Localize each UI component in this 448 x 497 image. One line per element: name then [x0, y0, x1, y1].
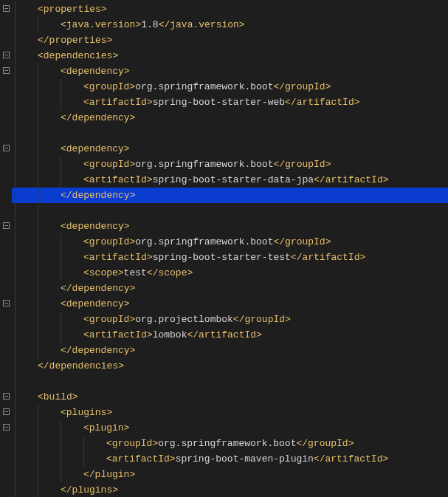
xml-tag: </groupId> [273, 159, 331, 170]
xml-tag: </dependency> [61, 345, 135, 356]
code-line[interactable]: </dependency> [12, 281, 448, 296]
code-line[interactable]: <artifactId>spring-boot-starter-test</ar… [12, 250, 448, 265]
code-line[interactable]: <plugins> [12, 405, 448, 420]
fold-toggle-icon[interactable] [3, 393, 10, 400]
xml-tag: <artifactId> [83, 97, 153, 108]
xml-tag: <dependency> [61, 66, 130, 77]
xml-text: > [130, 190, 136, 201]
xml-text: lombok [153, 329, 187, 340]
xml-tag: </dependency [61, 190, 130, 201]
xml-text: org.springframework.boot [135, 81, 273, 92]
code-line[interactable]: <plugin> [12, 420, 448, 436]
xml-tag: </groupId> [273, 236, 331, 247]
xml-tag: <artifactId> [83, 174, 153, 185]
xml-tag: </dependency> [61, 112, 135, 123]
code-line[interactable]: <groupId>org.projectlombok</groupId> [12, 312, 448, 327]
code-line[interactable]: <dependencies> [12, 48, 448, 64]
xml-text: spring-boot-starter-test [153, 252, 291, 263]
xml-tag: </properties> [38, 35, 112, 46]
code-line[interactable]: <groupId>org.springframework.boot</group… [12, 157, 448, 172]
code-fold-gutter[interactable] [0, 0, 12, 497]
code-line[interactable]: <dependency> [12, 64, 448, 79]
code-line[interactable]: <dependency> [12, 219, 448, 234]
code-line[interactable]: <groupId>org.springframework.boot</group… [12, 234, 448, 250]
xml-tag: </artifactId> [187, 329, 261, 340]
xml-tag: <scope> [83, 267, 124, 278]
xml-tag: <artifactId> [83, 329, 153, 340]
xml-tag: </groupId> [296, 438, 354, 449]
xml-tag: </artifactId> [285, 97, 359, 108]
xml-tag: <plugin> [83, 422, 129, 433]
xml-tag: <groupId> [83, 81, 135, 92]
xml-tag: </dependency> [61, 283, 135, 294]
code-line[interactable]: <groupId>org.springframework.boot</group… [12, 79, 448, 95]
code-editor-area[interactable]: <properties><java.version>1.8</java.vers… [12, 0, 448, 497]
xml-tag: </plugin> [83, 469, 135, 480]
xml-text: 1.8 [141, 19, 158, 30]
code-line[interactable]: <groupId>org.springframework.boot</group… [12, 436, 448, 451]
fold-toggle-icon[interactable] [3, 408, 10, 415]
xml-tag: <dependencies> [38, 50, 118, 61]
xml-tag: <properties> [38, 4, 107, 15]
code-line[interactable]: <dependency> [12, 296, 448, 312]
fold-toggle-icon[interactable] [3, 5, 10, 12]
xml-tag: </artifactId> [314, 453, 388, 465]
xml-text: org.springframework.boot [135, 159, 273, 170]
xml-tag: <groupId> [106, 438, 158, 449]
xml-tag: </plugins> [61, 484, 118, 496]
xml-tag: </artifactId> [291, 252, 365, 263]
xml-tag: <dependency> [61, 221, 130, 232]
xml-tag: </artifactId> [314, 174, 388, 185]
code-line[interactable] [12, 374, 448, 389]
fold-toggle-icon[interactable] [3, 145, 10, 151]
xml-tag: </dependencies> [38, 360, 124, 371]
code-line[interactable] [12, 126, 448, 141]
code-line[interactable]: </plugins> [12, 482, 448, 497]
code-line[interactable]: <artifactId>spring-boot-maven-plugin</ar… [12, 451, 448, 467]
code-line[interactable]: <artifactId>lombok</artifactId> [12, 327, 448, 343]
xml-text: org.projectlombok [135, 314, 233, 325]
xml-text: spring-boot-starter-data-jpa [153, 174, 314, 185]
xml-tag: </groupId> [273, 81, 331, 92]
xml-tag: </scope> [147, 267, 193, 278]
code-line[interactable]: </properties> [12, 32, 448, 48]
xml-text: org.springframework.boot [135, 236, 273, 247]
code-line[interactable]: <artifactId>spring-boot-starter-web</art… [12, 95, 448, 110]
code-line[interactable] [12, 203, 448, 219]
code-line[interactable]: <build> [12, 389, 448, 405]
code-line[interactable]: </dependency> [12, 188, 448, 203]
code-line[interactable]: </dependency> [12, 343, 448, 358]
code-line[interactable]: <properties> [12, 1, 448, 17]
code-line[interactable]: <java.version>1.8</java.version> [12, 17, 448, 32]
xml-tag: <build> [38, 391, 78, 402]
xml-tag: <dependency> [61, 143, 130, 154]
fold-toggle-icon[interactable] [3, 52, 10, 58]
xml-tag: </java.version> [159, 19, 245, 30]
xml-tag: </groupId> [233, 314, 291, 325]
xml-tag: <groupId> [83, 314, 135, 325]
code-line[interactable]: <scope>test</scope> [12, 265, 448, 281]
xml-text: test [124, 267, 147, 278]
xml-text: spring-boot-starter-web [153, 97, 285, 108]
fold-toggle-icon[interactable] [3, 300, 10, 306]
xml-tag: <plugins> [61, 407, 112, 418]
fold-toggle-icon[interactable] [3, 222, 10, 229]
xml-tag: <java.version> [61, 19, 141, 30]
xml-text: spring-boot-maven-plugin [176, 453, 314, 465]
code-line[interactable]: </dependencies> [12, 358, 448, 374]
code-line[interactable]: <artifactId>spring-boot-starter-data-jpa… [12, 172, 448, 188]
fold-toggle-icon[interactable] [3, 424, 10, 431]
xml-tag: <artifactId> [106, 453, 176, 465]
xml-tag: <dependency> [61, 298, 130, 309]
xml-tag: <groupId> [83, 159, 135, 170]
code-line[interactable]: <dependency> [12, 141, 448, 157]
fold-toggle-icon[interactable] [3, 67, 10, 74]
xml-tag: <artifactId> [83, 252, 153, 263]
xml-tag: <groupId> [83, 236, 135, 247]
code-line[interactable]: </plugin> [12, 467, 448, 482]
xml-text: org.springframework.boot [158, 438, 296, 449]
code-line[interactable]: </dependency> [12, 110, 448, 126]
